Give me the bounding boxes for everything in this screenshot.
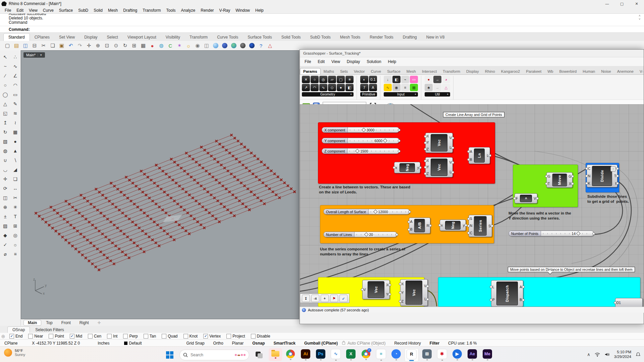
taskbar-app-rhino[interactable]: R: [405, 348, 419, 362]
cylinder-tool-icon[interactable]: ◫: [203, 42, 211, 50]
point-marker[interactable]: [170, 236, 172, 238]
menu-edit[interactable]: Edit: [14, 7, 26, 13]
redo-icon[interactable]: ↷: [76, 42, 84, 50]
port-in-x[interactable]: X: [400, 282, 405, 286]
point-marker[interactable]: [247, 188, 249, 190]
point-marker[interactable]: [147, 215, 149, 217]
port-out-y[interactable]: y: [416, 166, 420, 170]
checkbox-disable[interactable]: [251, 334, 256, 339]
menu-transform[interactable]: Transform: [140, 7, 163, 13]
param-plane-icon[interactable]: ▱: [328, 76, 336, 83]
gh-tab-wb[interactable]: Wb: [544, 68, 556, 74]
vector-xyz-1[interactable]: XYZVecVL: [425, 133, 453, 153]
boolean-union-icon[interactable]: ∪: [1, 156, 10, 164]
component-label[interactable]: Ln: [474, 148, 485, 163]
point-marker[interactable]: [148, 236, 150, 238]
gh-menu-help[interactable]: Help: [385, 59, 400, 64]
render-sphere-icon[interactable]: [212, 42, 220, 50]
port-in-x[interactable]: X: [426, 159, 430, 163]
point-marker[interactable]: [158, 167, 161, 169]
point-marker[interactable]: [90, 242, 92, 244]
point-marker[interactable]: [50, 206, 52, 208]
point-marker[interactable]: [73, 227, 75, 229]
point-marker[interactable]: [86, 239, 89, 241]
checkbox-point[interactable]: [49, 334, 53, 339]
gh-tab-kangaroo2[interactable]: Kangaroo2: [498, 68, 523, 74]
gh-tab-noise[interactable]: Noise: [598, 68, 614, 74]
point-marker[interactable]: [143, 212, 146, 214]
toggle-record-history[interactable]: Record History: [390, 341, 425, 346]
point-marker[interactable]: [230, 134, 233, 136]
point-marker[interactable]: [80, 194, 82, 196]
measure-tool-icon[interactable]: ⌀: [1, 250, 10, 258]
point-marker[interactable]: [185, 230, 187, 232]
point-marker[interactable]: [165, 212, 167, 214]
param-spiral-icon[interactable]: ◎: [319, 76, 327, 83]
toggle-gumball[interactable]: Gumball (CPlane): [300, 341, 342, 346]
point-marker[interactable]: [124, 254, 127, 256]
gh-menu-edit[interactable]: Edit: [314, 59, 328, 64]
osnap-near[interactable]: Near: [28, 334, 43, 339]
osnap-quad[interactable]: Quad: [162, 334, 177, 339]
cylinder-tool-icon[interactable]: ◍: [1, 147, 10, 155]
point-marker[interactable]: [283, 182, 286, 184]
group-cyan[interactable]: [438, 277, 640, 307]
menu-curve[interactable]: Curve: [40, 7, 56, 13]
port-out-v[interactable]: V: [423, 284, 427, 288]
slider-diamond[interactable]: [373, 209, 378, 214]
toolbar-tab-display[interactable]: Display: [79, 34, 102, 41]
explode-tool-icon[interactable]: ✳: [11, 203, 20, 211]
osnap-disable[interactable]: Disable: [251, 334, 270, 339]
point-marker[interactable]: [130, 200, 132, 202]
earth-icon[interactable]: [230, 42, 238, 50]
checkbox-tan[interactable]: [144, 334, 148, 339]
toolbar-tab-subd-tools[interactable]: SubD Tools: [306, 34, 335, 41]
menu-surface[interactable]: Surface: [56, 7, 75, 13]
point-marker[interactable]: [91, 263, 94, 265]
point-marker[interactable]: [113, 263, 115, 265]
surface-tool-icon[interactable]: ◱: [1, 109, 10, 117]
point-marker[interactable]: [233, 215, 235, 217]
point-marker[interactable]: [198, 203, 201, 205]
point-marker[interactable]: [142, 230, 144, 232]
port-out-l[interactable]: L: [485, 154, 490, 158]
gh-tab-bowerbird[interactable]: Bowerbird: [556, 68, 580, 74]
box-tool-icon[interactable]: ▧: [1, 137, 10, 145]
point-marker[interactable]: [278, 197, 281, 199]
slider-diamond[interactable]: [576, 231, 581, 236]
point-marker[interactable]: [51, 227, 54, 229]
point-marker[interactable]: [151, 239, 154, 241]
point-marker[interactable]: [60, 215, 62, 217]
point-marker[interactable]: [240, 143, 243, 145]
point-marker[interactable]: [175, 182, 177, 184]
point-marker[interactable]: [212, 176, 214, 178]
point-marker[interactable]: [235, 197, 237, 199]
param-vector-icon[interactable]: ↗: [302, 84, 310, 91]
show-objects-icon[interactable]: ◍: [157, 42, 165, 50]
point-marker[interactable]: [110, 260, 112, 262]
grid-tool-icon[interactable]: ⊞: [11, 222, 20, 230]
revolve-tool-icon[interactable]: ↻: [1, 128, 10, 136]
print-icon[interactable]: ⊟: [31, 42, 39, 50]
point-marker[interactable]: [213, 158, 216, 160]
point-marker[interactable]: [66, 221, 69, 223]
port-out-y[interactable]: Y: [385, 293, 389, 296]
point-marker[interactable]: [173, 239, 175, 241]
division[interactable]: ABA/BR: [409, 218, 430, 234]
point-marker[interactable]: [195, 200, 197, 202]
point-marker[interactable]: [138, 188, 141, 190]
larger-than[interactable]: F>V: [515, 193, 537, 203]
add-viewport-button[interactable]: ✛: [94, 320, 105, 325]
port-out-b[interactable]: B: [519, 298, 523, 302]
gh-tab-sets[interactable]: Sets: [337, 68, 351, 74]
point-marker[interactable]: [45, 221, 47, 223]
point-marker[interactable]: [250, 191, 252, 193]
clock[interactable]: 5:10 PM 3/29/2024: [614, 350, 631, 359]
param-viewer-icon[interactable]: ♣: [425, 84, 433, 91]
point-marker[interactable]: [103, 215, 105, 217]
point-marker[interactable]: [176, 203, 179, 205]
point-marker[interactable]: [38, 215, 40, 217]
point-marker[interactable]: [113, 224, 115, 226]
point-marker[interactable]: [185, 191, 187, 193]
slider-number-of-lines[interactable]: Number of Lines20: [323, 232, 397, 237]
